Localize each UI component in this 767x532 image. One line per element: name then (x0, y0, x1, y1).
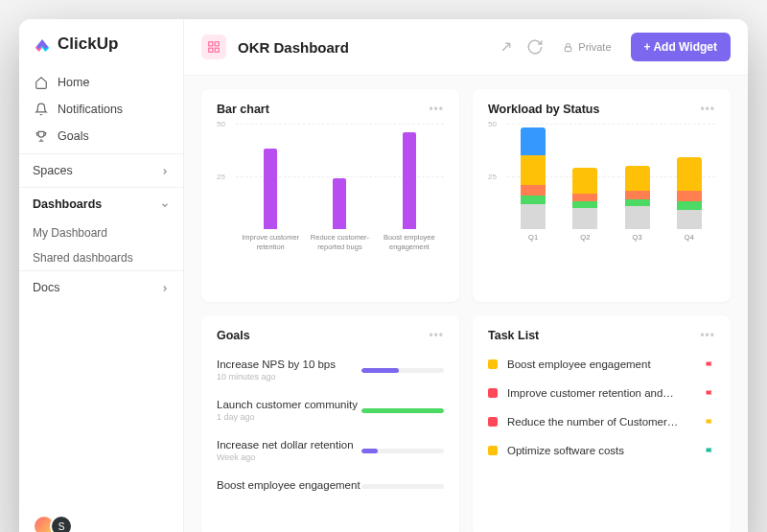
goal-name: Increase net dollar retention (217, 439, 354, 451)
bar (264, 149, 277, 229)
flag-icon (704, 416, 715, 428)
status-square-icon (488, 446, 498, 455)
goal-item[interactable]: Boost employee engagement (217, 471, 444, 501)
section-docs[interactable]: Docs (19, 270, 183, 304)
bar-chart: 2550Improve customer retentionReduce cus… (217, 124, 444, 266)
x-axis-label: Boost employee engagement (375, 233, 444, 252)
more-icon[interactable]: ••• (700, 103, 715, 116)
task-item[interactable]: Boost employee engagement (488, 350, 715, 379)
dashboard-icon (201, 35, 226, 59)
task-name: Reduce the number of Customer… (507, 416, 694, 428)
task-list: Boost employee engagement Improve custom… (488, 350, 715, 465)
progress-bar (361, 449, 444, 453)
task-name: Improve customer retention and… (507, 387, 694, 399)
refresh-icon[interactable] (526, 38, 544, 56)
more-icon[interactable]: ••• (429, 329, 444, 342)
add-widget-button[interactable]: + Add Widget (631, 33, 731, 61)
goal-timestamp: 10 minutes ago (217, 372, 336, 382)
progress-bar (361, 408, 444, 413)
stacked-bar (521, 127, 546, 229)
bar-segment (572, 194, 597, 202)
section-label: Spaces (33, 164, 73, 177)
main-area: OKR Dashboard Private + Add Widget Bar c… (184, 19, 748, 532)
nav-label: Notifications (58, 103, 123, 116)
header-bar: OKR Dashboard Private + Add Widget (184, 19, 748, 76)
x-axis-label: Improve customer retention (236, 233, 305, 252)
more-icon[interactable]: ••• (429, 103, 444, 116)
app-window: ClickUp Home Notifications Goals (19, 19, 748, 532)
privacy-indicator[interactable]: Private (555, 41, 618, 53)
task-name: Optimize software costs (507, 445, 694, 456)
bar-segment (572, 168, 597, 193)
nav-label: Home (58, 76, 89, 89)
user-avatars: S (19, 501, 183, 532)
nav-home[interactable]: Home (27, 69, 175, 96)
bar-segment (521, 196, 546, 204)
svg-rect-2 (209, 48, 213, 52)
bar-segment (572, 201, 597, 208)
bar-segment (677, 191, 702, 201)
trophy-icon (35, 129, 48, 143)
sidebar-item-my-dashboard[interactable]: My Dashboard (19, 220, 183, 245)
stacked-bar (572, 168, 597, 229)
stacked-bar-chart: 2550Q1Q2Q3Q4 (488, 124, 715, 266)
bar-segment (625, 191, 650, 199)
x-axis-label: Q2 (561, 233, 609, 243)
chevron-right-icon (160, 166, 170, 175)
sidebar-item-shared-dashboards[interactable]: Shared dashboards (19, 245, 183, 270)
card-title: Task List (488, 329, 539, 342)
task-item[interactable]: Reduce the number of Customer… (488, 407, 715, 436)
x-axis-label: Q4 (665, 233, 713, 243)
bar-segment (625, 199, 650, 206)
bar-segment (625, 206, 650, 229)
clickup-logo-icon (33, 35, 52, 54)
goal-item[interactable]: Increase net dollar retention Week ago (217, 430, 444, 471)
svg-rect-3 (215, 48, 219, 52)
x-axis-label: Reduce customer-reported bugs (305, 233, 374, 252)
card-goals: Goals ••• Increase NPS by 10 bps 10 minu… (201, 315, 459, 532)
page-title: OKR Dashboard (238, 39, 486, 56)
avatar[interactable]: S (50, 515, 73, 532)
goal-item[interactable]: Increase NPS by 10 bps 10 minutes ago (217, 350, 444, 390)
goal-item[interactable]: Launch customer community 1 day ago (217, 390, 444, 430)
progress-bar (361, 484, 444, 489)
stacked-bar (677, 157, 702, 229)
nav-notifications[interactable]: Notifications (27, 96, 175, 123)
stacked-bar (625, 166, 650, 229)
svg-rect-1 (215, 42, 219, 46)
svg-rect-0 (209, 42, 213, 46)
bar-segment (572, 208, 597, 229)
section-dashboards[interactable]: Dashboards (19, 187, 183, 220)
nav-label: Goals (58, 129, 89, 143)
sidebar: ClickUp Home Notifications Goals (19, 19, 184, 532)
section-label: Docs (33, 281, 59, 294)
brand-logo[interactable]: ClickUp (19, 19, 183, 65)
section-spaces[interactable]: Spaces (19, 153, 183, 187)
expand-icon[interactable] (498, 38, 515, 56)
status-square-icon (488, 359, 498, 369)
nav-goals[interactable]: Goals (27, 123, 175, 150)
flag-icon (704, 359, 715, 370)
section-label: Dashboards (33, 197, 102, 211)
task-item[interactable]: Optimize software costs (488, 436, 715, 465)
svg-rect-4 (566, 47, 571, 52)
goals-list: Increase NPS by 10 bps 10 minutes ago La… (217, 350, 444, 501)
dashboard-grid: Bar chart ••• 2550Improve customer reten… (184, 76, 748, 532)
goal-name: Boost employee engagement (217, 479, 360, 491)
chevron-down-icon (160, 199, 170, 209)
card-title: Bar chart (217, 103, 269, 116)
bar-segment (677, 201, 702, 210)
bar-segment (625, 166, 650, 191)
bar-segment (521, 185, 546, 196)
card-title: Workload by Status (488, 103, 599, 116)
bar-segment (521, 127, 546, 155)
more-icon[interactable]: ••• (700, 329, 715, 342)
brand-name: ClickUp (58, 35, 118, 54)
card-task-list: Task List ••• Boost employee engagement … (473, 315, 731, 532)
bar-segment (521, 204, 546, 229)
task-item[interactable]: Improve customer retention and… (488, 379, 715, 407)
bar (403, 132, 416, 229)
bar-segment (521, 155, 546, 185)
goal-name: Increase NPS by 10 bps (217, 359, 336, 370)
card-bar-chart: Bar chart ••• 2550Improve customer reten… (201, 89, 459, 302)
